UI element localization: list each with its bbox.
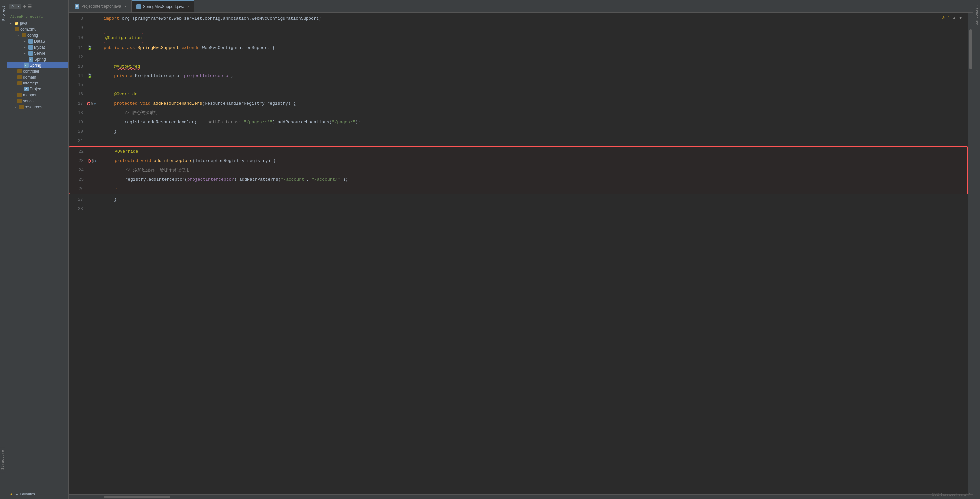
code-line-26: 26 } <box>70 184 967 194</box>
code-line-23: 23 @ ◈ protected void addInterceptors(In… <box>70 156 967 166</box>
tree-label-service: service <box>23 99 35 104</box>
tree-label-spring1: Spring <box>34 57 46 62</box>
chevron-right-icon: ▸ <box>24 51 27 55</box>
line-number-13: 13 <box>69 62 87 71</box>
class-icon-selected: C <box>24 63 29 67</box>
project-path: /IdeaProjects/x <box>7 13 68 20</box>
project-panel-label[interactable]: Project <box>1 3 6 23</box>
at-sign: @ <box>91 99 94 108</box>
tree-label-domain: domain <box>23 75 36 80</box>
tree-item-java[interactable]: ▸ 📁 java <box>7 20 68 26</box>
class-icon: C <box>24 87 29 91</box>
project-dropdown-button[interactable]: P... ▾ <box>9 4 21 9</box>
gutter-11: 🍃 <box>87 43 104 53</box>
code-line-27: 27 } <box>69 195 968 204</box>
code-line-8: 8 import org.springframework.web.servlet… <box>69 14 968 23</box>
tree-item-servle[interactable]: ▸ C Servle <box>7 50 68 56</box>
class-icon: C <box>28 51 33 56</box>
tree-item-mybat[interactable]: ▸ C Mybat <box>7 44 68 50</box>
sidebar-bottom-bar: ★ ★ Favorites <box>7 489 68 499</box>
tree-item-spring2[interactable]: C Spring <box>7 62 68 68</box>
tree-item-service[interactable]: service <box>7 98 68 104</box>
tree-label-resources: resources <box>25 105 42 110</box>
add-icon[interactable]: ⊕ <box>23 4 25 9</box>
bookmark-icon-23: ◈ <box>95 156 97 166</box>
folder-icon <box>14 27 19 31</box>
tab-spring-mvc-support[interactable]: C SpringMvcSupport.java × <box>132 0 195 12</box>
code-line-14: 14 🍃 private ProjectInterceptor projectI… <box>69 71 968 81</box>
line-number-11: 11 <box>69 43 87 53</box>
tab-project-interceptor[interactable]: C ProjectInterceptor.java × <box>70 0 132 12</box>
line-number-20: 20 <box>69 127 87 136</box>
tree-item-mapper[interactable]: mapper <box>7 92 68 98</box>
tree-label-intercept: intercept <box>23 81 38 86</box>
tree-item-com-xmu[interactable]: com.xmu <box>7 26 68 32</box>
tree-item-controller[interactable]: controller <box>7 68 68 74</box>
tab-class-icon-active: C <box>136 4 141 9</box>
code-line-18: 18 // 静态资源放行 <box>69 108 968 118</box>
tree-item-domain[interactable]: domain <box>7 74 68 80</box>
sidebar-tree: ▸ 📁 java com.xmu ▾ config ▸ C DataS <box>7 20 68 489</box>
tree-item-projec[interactable]: C Projec <box>7 86 68 92</box>
tab-label-project-interceptor: ProjectInterceptor.java <box>81 4 121 9</box>
breakpoint-icon-23[interactable] <box>88 159 91 163</box>
code-line-22: 22 @Override <box>70 147 967 156</box>
tab-class-icon: C <box>75 4 80 9</box>
code-area: ⚠ 1 ▲ ▼ 8 import org.springframework.web… <box>69 13 973 494</box>
line-number-18: 18 <box>69 108 87 118</box>
sidebar-header: P... ▾ ⊕ ☰ <box>7 0 68 13</box>
right-panel: Structure <box>973 0 980 499</box>
tree-item-spring1[interactable]: C Spring <box>7 56 68 62</box>
tab-close-icon-active[interactable]: × <box>188 5 189 9</box>
tree-item-config[interactable]: ▾ config <box>7 32 68 38</box>
warning-count: 1 <box>948 15 950 20</box>
folder-icon <box>17 99 22 103</box>
code-line-24: 24 // 添加过滤器 给哪个路径使用 <box>70 166 967 175</box>
code-line-17: 17 @ ◈ protected void addResourceHandler… <box>69 99 968 108</box>
horizontal-scrollbar-thumb[interactable] <box>104 496 170 498</box>
chevron-right-icon: ▸ <box>10 22 13 25</box>
chevron-right-icon: ▸ <box>24 46 27 49</box>
tree-item-resources[interactable]: ▸ resources <box>7 104 68 110</box>
gear-icon[interactable]: ☰ <box>28 4 32 9</box>
line-number-16: 16 <box>69 90 87 99</box>
scrollbar-thumb[interactable] <box>969 29 972 69</box>
folder-open-icon <box>22 33 26 37</box>
tab-label-spring-mvc-support: SpringMvcSupport.java <box>143 4 184 9</box>
vertical-scrollbar[interactable] <box>968 13 973 494</box>
line-number-14: 14 <box>69 71 87 81</box>
highlight-block: 22 @Override 23 @ ◈ protected void addIn <box>69 147 968 194</box>
code-line-28: 28 <box>69 204 968 214</box>
code-line-19: 19 registry.addResourceHandler( ...pathP… <box>69 118 968 127</box>
favorites-star-icon[interactable]: ★ <box>10 491 13 497</box>
horizontal-scrollbar[interactable] <box>69 494 973 499</box>
line-number-10: 10 <box>69 33 87 43</box>
code-line-25: 25 registry.addInterceptor(projectInterc… <box>70 175 967 184</box>
structure-label[interactable]: Structure <box>974 3 979 28</box>
chevron-right-icon: ▸ <box>14 105 18 109</box>
warning-up-button[interactable]: ▲ <box>952 15 956 20</box>
gutter-23: @ ◈ <box>88 156 104 166</box>
favorites-label[interactable]: ★ Favorites <box>15 492 35 496</box>
at-sign-23: @ <box>92 156 94 166</box>
gutter-17: @ ◈ <box>87 99 104 108</box>
tab-close-icon[interactable]: × <box>124 4 126 8</box>
class-icon: C <box>28 45 33 49</box>
code-line-15: 15 <box>69 81 968 90</box>
structure-panel-label[interactable]: Structure <box>0 448 5 472</box>
tree-item-datas[interactable]: ▸ C DataS <box>7 38 68 44</box>
tree-label-datas: DataS <box>34 39 45 43</box>
watermark: CSDN @sweetheart7-7 <box>932 493 970 496</box>
left-vertical-panel: Project <box>0 0 7 499</box>
breakpoint-icon[interactable] <box>87 102 91 105</box>
tree-item-intercept[interactable]: intercept <box>7 80 68 86</box>
warning-down-button[interactable]: ▼ <box>958 15 963 20</box>
code-scroll-area[interactable]: 8 import org.springframework.web.servlet… <box>69 13 968 494</box>
line-number-28: 28 <box>69 204 87 214</box>
folder-icon <box>17 75 22 79</box>
code-line-20: 20 } <box>69 127 968 136</box>
chevron-down-icon: ▾ <box>17 33 21 37</box>
code-line-21: 21 <box>69 136 968 146</box>
sidebar: P... ▾ ⊕ ☰ /IdeaProjects/x ▸ 📁 java com.… <box>7 0 69 499</box>
line-number-25: 25 <box>70 175 88 184</box>
